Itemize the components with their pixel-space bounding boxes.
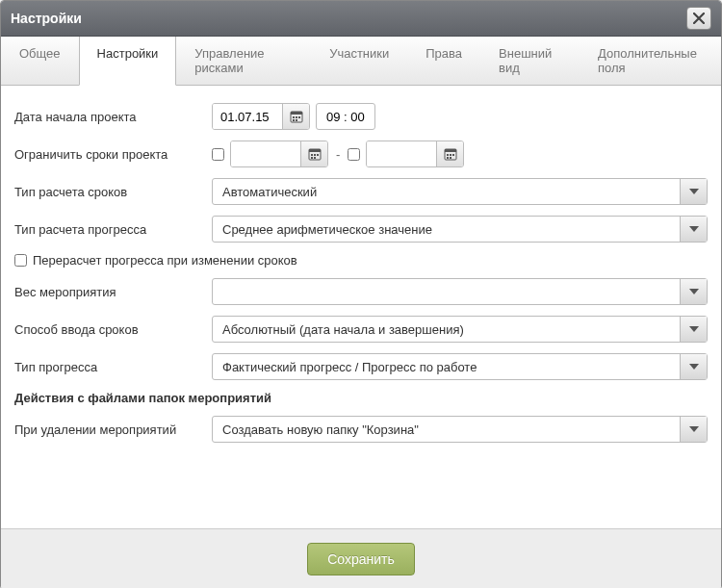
svg-rect-19 xyxy=(447,157,449,159)
start-time-value: 09 : 00 xyxy=(326,110,365,124)
dialog-title: Настройки xyxy=(11,11,82,26)
start-date-input[interactable] xyxy=(213,104,282,129)
label-limit-dates: Ограничить сроки проекта xyxy=(14,147,212,162)
row-start-date: Дата начала проекта 09 : 00 xyxy=(14,103,708,130)
calendar-icon xyxy=(290,110,303,123)
svg-rect-6 xyxy=(296,119,297,121)
progress-type-value: Фактический прогресс / Прогресс по работ… xyxy=(213,354,680,379)
svg-rect-18 xyxy=(452,154,454,156)
row-progress-calc: Тип расчета прогресса Среднее арифметиче… xyxy=(14,216,708,243)
svg-rect-2 xyxy=(293,116,295,118)
chevron-down-icon xyxy=(680,217,707,242)
svg-rect-4 xyxy=(298,116,300,118)
chevron-down-icon xyxy=(680,279,707,304)
calendar-icon xyxy=(444,147,457,161)
chevron-down-icon xyxy=(680,317,707,342)
limit-from-input[interactable] xyxy=(231,141,300,166)
chevron-down-icon xyxy=(680,354,707,379)
tab-appearance[interactable]: Внешний вид xyxy=(480,37,580,85)
on-delete-select[interactable]: Создавать новую папку "Корзина" xyxy=(212,416,708,443)
tabs-bar: Общее Настройки Управление рисками Участ… xyxy=(1,37,721,86)
label-weight: Вес мероприятия xyxy=(14,285,212,299)
limit-to-calendar-button[interactable] xyxy=(436,141,463,166)
input-method-value: Абсолютный (дата начала и завершения) xyxy=(213,317,680,342)
calendar-icon xyxy=(308,147,322,161)
svg-rect-20 xyxy=(450,157,451,159)
svg-rect-16 xyxy=(447,154,449,156)
tab-general[interactable]: Общее xyxy=(1,37,79,85)
row-on-delete: При удалении мероприятий Создавать новую… xyxy=(14,416,708,443)
label-progress-calc: Тип расчета прогресса xyxy=(14,222,212,237)
start-date-calendar-button[interactable] xyxy=(282,104,309,129)
svg-rect-5 xyxy=(293,119,295,121)
form-content: Дата начала проекта 09 : 00 Ограничить с… xyxy=(1,86,721,528)
svg-rect-1 xyxy=(291,112,302,115)
start-time-field[interactable]: 09 : 00 xyxy=(316,103,375,130)
range-separator: - xyxy=(336,147,340,162)
save-button[interactable]: Сохранить xyxy=(307,543,415,575)
chevron-down-icon xyxy=(680,179,707,204)
dialog-footer: Сохранить xyxy=(1,528,721,588)
progress-calc-value: Среднее арифметическое значение xyxy=(213,217,680,242)
limit-to-checkbox[interactable] xyxy=(348,148,360,161)
progress-type-select[interactable]: Фактический прогресс / Прогресс по работ… xyxy=(212,353,708,380)
limit-from-calendar-button[interactable] xyxy=(300,141,327,166)
row-calc-type: Тип расчета сроков Автоматический xyxy=(14,178,708,205)
settings-dialog: Настройки Общее Настройки Управление рис… xyxy=(0,0,722,588)
chevron-down-icon xyxy=(680,417,707,442)
svg-rect-8 xyxy=(309,149,321,152)
calc-type-value: Автоматический xyxy=(213,179,680,204)
svg-rect-15 xyxy=(445,149,456,152)
limit-from-checkbox[interactable] xyxy=(212,148,224,161)
controls-limit-dates: - xyxy=(212,141,708,167)
weight-value xyxy=(213,279,680,304)
close-icon xyxy=(693,13,705,24)
weight-select[interactable] xyxy=(212,278,708,305)
progress-calc-select[interactable]: Среднее арифметическое значение xyxy=(212,216,708,243)
tab-extra-fields[interactable]: Дополнительные поля xyxy=(580,37,721,85)
svg-rect-17 xyxy=(450,154,451,156)
svg-rect-9 xyxy=(311,154,313,156)
label-start-date: Дата начала проекта xyxy=(14,110,212,124)
label-calc-type: Тип расчета сроков xyxy=(14,185,212,199)
start-date-field[interactable] xyxy=(212,103,310,130)
recalc-checkbox-label: Перерасчет прогресса при изменении сроко… xyxy=(33,253,297,268)
limit-from-field[interactable] xyxy=(230,141,328,167)
svg-rect-12 xyxy=(311,157,313,159)
section-header-files: Действия с файлами папок мероприятий xyxy=(14,391,708,405)
label-input-method: Способ ввода сроков xyxy=(14,322,212,337)
limit-to-input[interactable] xyxy=(367,141,436,166)
title-bar: Настройки xyxy=(1,1,721,37)
row-progress-type: Тип прогресса Фактический прогресс / Про… xyxy=(14,353,708,380)
svg-rect-3 xyxy=(296,116,297,118)
recalc-checkbox[interactable] xyxy=(14,254,27,267)
controls-start-date: 09 : 00 xyxy=(212,103,708,130)
row-input-method: Способ ввода сроков Абсолютный (дата нач… xyxy=(14,316,708,343)
svg-rect-13 xyxy=(314,157,316,159)
limit-to-field[interactable] xyxy=(366,141,464,167)
label-on-delete: При удалении мероприятий xyxy=(14,422,212,437)
svg-rect-10 xyxy=(314,154,316,156)
tab-participants[interactable]: Участники xyxy=(311,37,407,85)
row-weight: Вес мероприятия xyxy=(14,278,708,305)
svg-rect-11 xyxy=(317,154,319,156)
input-method-select[interactable]: Абсолютный (дата начала и завершения) xyxy=(212,316,708,343)
row-recalc-checkbox: Перерасчет прогресса при изменении сроко… xyxy=(14,253,708,268)
on-delete-value: Создавать новую папку "Корзина" xyxy=(213,417,680,442)
calc-type-select[interactable]: Автоматический xyxy=(212,178,708,205)
row-limit-dates: Ограничить сроки проекта - xyxy=(14,141,708,167)
label-progress-type: Тип прогресса xyxy=(14,360,212,374)
tab-settings[interactable]: Настройки xyxy=(79,37,177,86)
tab-risk-management[interactable]: Управление рисками xyxy=(176,37,311,85)
tab-rights[interactable]: Права xyxy=(407,37,480,85)
close-button[interactable] xyxy=(686,7,711,30)
